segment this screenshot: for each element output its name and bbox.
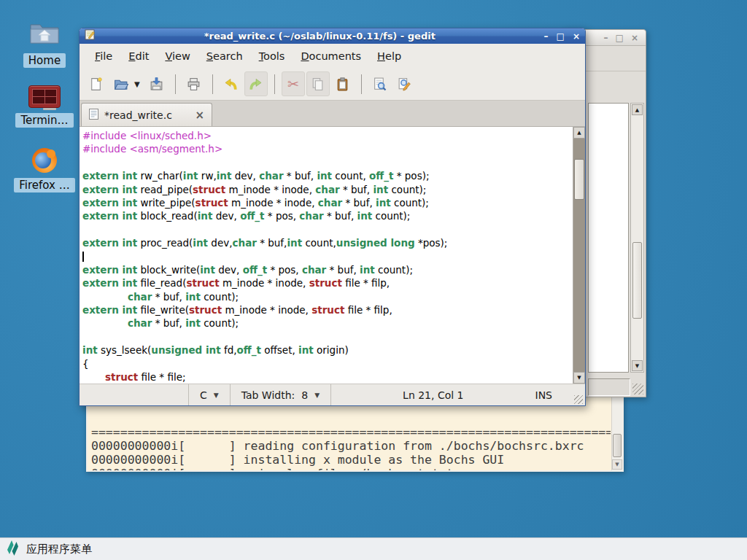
taskbar: 应用程序菜单 bbox=[0, 537, 747, 560]
new-document-button[interactable] bbox=[84, 71, 107, 96]
print-button[interactable] bbox=[182, 71, 206, 96]
gedit-tabbar: *read_write.c × bbox=[80, 101, 585, 126]
resize-grip[interactable] bbox=[574, 395, 583, 404]
code-line bbox=[82, 156, 573, 169]
scrollbar-thumb[interactable] bbox=[574, 159, 584, 200]
code-line: extern int write_pipe(struct m_inode * i… bbox=[82, 196, 573, 209]
code-line bbox=[82, 250, 573, 263]
code-line: #include <asm/segment.h> bbox=[82, 142, 573, 155]
maximize-icon[interactable]: □ bbox=[557, 31, 565, 42]
code-line bbox=[82, 330, 573, 343]
code-line: extern int block_read(int dev, off_t * p… bbox=[82, 209, 573, 222]
terminal-output: ========================================… bbox=[88, 397, 611, 470]
scroll-down-icon[interactable]: ▼ bbox=[612, 459, 622, 470]
copy-button[interactable] bbox=[306, 71, 330, 96]
find-button[interactable] bbox=[368, 71, 392, 96]
minimize-icon[interactable]: – bbox=[544, 31, 549, 42]
insert-mode-indicator[interactable]: INS bbox=[535, 389, 553, 401]
code-line: extern int file_read(struct m_inode * in… bbox=[82, 276, 573, 289]
code-line: int sys_lseek(unsigned int fd,off_t offs… bbox=[82, 343, 573, 357]
code-line: extern int proc_read(int dev,char * buf,… bbox=[82, 236, 573, 249]
tab-label: *read_write.c bbox=[104, 109, 172, 121]
menu-search[interactable]: Search bbox=[198, 46, 251, 66]
code-line: extern int read_pipe(struct m_inode * in… bbox=[82, 183, 573, 196]
background-window-scrollbar[interactable]: ▲ ▼ bbox=[630, 103, 644, 373]
undo-button[interactable] bbox=[220, 71, 243, 96]
gedit-app-icon bbox=[85, 29, 96, 43]
cut-button[interactable]: ✂ bbox=[282, 71, 305, 96]
resize-grip[interactable] bbox=[632, 384, 643, 394]
tab-width-combo[interactable]: Tab Width:8▼ bbox=[231, 384, 331, 405]
desktop-icon-home[interactable]: Home bbox=[10, 20, 79, 68]
terminal-icon bbox=[28, 85, 61, 108]
scroll-up-icon[interactable]: ▲ bbox=[632, 104, 643, 115]
code-line: struct file * file; bbox=[82, 370, 573, 384]
terminal-line: ========================================… bbox=[91, 425, 611, 439]
paste-button[interactable] bbox=[331, 71, 355, 96]
scrollbar-thumb[interactable] bbox=[632, 242, 642, 319]
redo-button[interactable] bbox=[244, 71, 268, 96]
scroll-down-icon[interactable]: ▼ bbox=[573, 372, 585, 384]
code-line: #include <linux/sched.h> bbox=[82, 129, 573, 142]
gedit-window: *read_write.c (~/oslab/linux-0.11/fs) - … bbox=[79, 28, 586, 406]
applications-menu-button[interactable]: 应用程序菜单 bbox=[26, 542, 92, 556]
code-line: extern int rw_char(int rw,int dev, char … bbox=[82, 169, 573, 182]
desktop-icon-label: Firefox … bbox=[14, 178, 74, 192]
menu-tools[interactable]: Tools bbox=[251, 46, 293, 66]
open-button[interactable] bbox=[109, 71, 132, 96]
code-line: extern int file_write(struct m_inode * i… bbox=[82, 303, 573, 316]
toolbar-separator bbox=[274, 74, 275, 94]
replace-button[interactable] bbox=[393, 71, 417, 96]
document-icon bbox=[89, 109, 98, 122]
desktop-icon-firefox[interactable]: Firefox … bbox=[10, 148, 79, 192]
home-folder-icon bbox=[28, 20, 61, 48]
close-icon[interactable]: × bbox=[631, 33, 638, 43]
save-button[interactable] bbox=[145, 71, 169, 96]
tab-read-write-c[interactable]: *read_write.c × bbox=[81, 103, 212, 126]
chevron-down-icon: ▼ bbox=[314, 392, 320, 399]
open-dropdown-icon[interactable]: ▼ bbox=[133, 80, 144, 88]
tab-close-icon[interactable]: × bbox=[195, 109, 204, 122]
toolbar-separator bbox=[212, 74, 213, 94]
terminal-scrollbar[interactable]: ▼ bbox=[611, 397, 622, 470]
minimize-icon[interactable]: – bbox=[604, 33, 608, 43]
language-combo[interactable]: C▼ bbox=[189, 384, 231, 405]
code-editor[interactable]: #include <linux/sched.h>#include <asm/se… bbox=[80, 127, 573, 384]
applications-menu-logo-icon[interactable] bbox=[7, 540, 19, 559]
close-icon[interactable]: × bbox=[573, 31, 580, 42]
terminal-window[interactable]: ========================================… bbox=[86, 396, 624, 472]
text-cursor bbox=[82, 252, 84, 262]
statusbar-message-area bbox=[80, 384, 189, 405]
menu-view[interactable]: View bbox=[157, 46, 198, 66]
menu-file[interactable]: File bbox=[87, 46, 120, 66]
gedit-menubar: FileEditViewSearchToolsDocumentsHelp bbox=[80, 44, 585, 68]
desktop-icon-label: Home bbox=[23, 53, 66, 68]
toolbar-separator bbox=[361, 74, 362, 94]
terminal-line: 00000000000i[ ] using log file ./bochsou… bbox=[91, 467, 611, 470]
editor-scrollbar[interactable]: ▲ ▼ bbox=[573, 127, 585, 384]
desktop-icon-label: Termin… bbox=[15, 113, 73, 128]
maximize-icon[interactable]: □ bbox=[616, 33, 624, 43]
toolbar-separator bbox=[175, 74, 176, 94]
scroll-up-icon[interactable]: ▲ bbox=[573, 127, 585, 139]
scrollbar-thumb[interactable] bbox=[613, 434, 622, 457]
gedit-titlebar[interactable]: *read_write.c (~/oslab/linux-0.11/fs) - … bbox=[80, 28, 585, 44]
scroll-down-icon[interactable]: ▼ bbox=[632, 360, 643, 371]
cursor-position: Ln 21, Col 1 bbox=[331, 389, 535, 401]
menu-help[interactable]: Help bbox=[369, 46, 409, 66]
scissors-icon: ✂ bbox=[287, 77, 299, 91]
gedit-toolbar: ▼ ✂ bbox=[80, 68, 585, 101]
code-line: { bbox=[82, 357, 573, 370]
gedit-text-area[interactable]: #include <linux/sched.h>#include <asm/se… bbox=[80, 126, 585, 384]
code-line: char * buf, int count); bbox=[82, 290, 573, 303]
window-title: *read_write.c (~/oslab/linux-0.11/fs) - … bbox=[100, 31, 540, 42]
menu-documents[interactable]: Documents bbox=[293, 46, 369, 66]
firefox-icon bbox=[32, 148, 57, 173]
desktop-icon-terminal[interactable]: Termin… bbox=[10, 85, 79, 128]
code-line: extern int block_write(int dev, off_t * … bbox=[82, 263, 573, 276]
background-window-statusbox bbox=[588, 378, 630, 396]
gedit-statusbar: C▼ Tab Width:8▼ Ln 21, Col 1 INS bbox=[80, 384, 585, 405]
terminal-line: 00000000000i[ ] installing x module as t… bbox=[91, 453, 611, 467]
menu-edit[interactable]: Edit bbox=[120, 46, 157, 66]
code-line: char * buf, int count); bbox=[82, 316, 573, 330]
